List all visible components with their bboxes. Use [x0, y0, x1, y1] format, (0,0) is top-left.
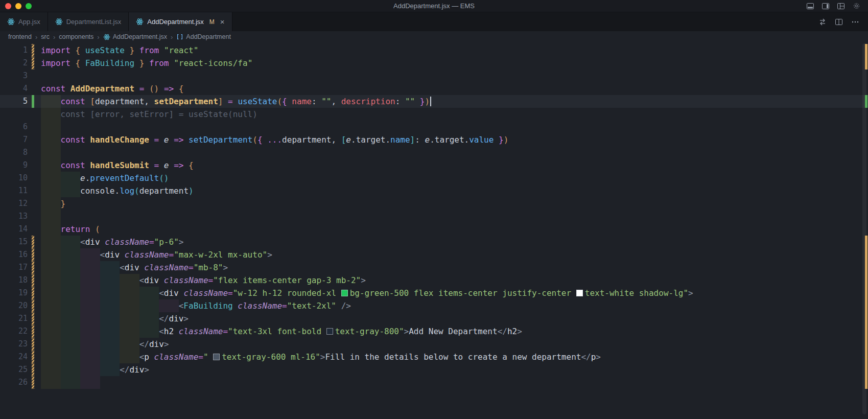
code-text: <h2 className="text-3xl font-bold text-g…	[41, 325, 868, 338]
breadcrumb-item-components[interactable]: components	[59, 33, 93, 40]
code-line[interactable]: 21 </div>	[0, 312, 868, 325]
gutter: 10	[0, 172, 41, 184]
tab-label: DepartmentList.jsx	[66, 18, 122, 26]
code-token	[80, 58, 85, 68]
gutter: 15	[0, 236, 41, 248]
code-line[interactable]: 9 const handleSubmit = e => {	[0, 159, 868, 172]
indent-guide	[100, 274, 120, 287]
code-token: <	[100, 250, 105, 260]
code-line[interactable]: 19 <div className="w-12 h-12 rounded-xl …	[0, 287, 868, 299]
split-editor-icon[interactable]	[834, 17, 843, 27]
code-editor[interactable]: 1import { useState } from "react"2import…	[0, 42, 868, 419]
code-line[interactable]: 22 <h2 className="text-3xl font-bold tex…	[0, 325, 868, 338]
code-token: }	[139, 58, 145, 68]
indent-guide	[61, 376, 81, 389]
line-number: 2	[0, 57, 41, 69]
code-token: </	[139, 339, 149, 349]
code-line[interactable]: 14 return (	[0, 223, 868, 236]
code-line[interactable]: 23 </div>	[0, 338, 868, 351]
line-number: 23	[0, 338, 41, 351]
indent-guide	[61, 363, 81, 376]
breadcrumb-item-src[interactable]: src	[41, 33, 50, 40]
code-line[interactable]: 11 console.log(department)	[0, 184, 868, 197]
code-token: p	[144, 352, 149, 362]
indent-guide	[80, 312, 100, 325]
code-token: department	[282, 135, 331, 145]
code-line[interactable]: 17 <div className="mb-8">	[0, 261, 868, 274]
code-text: <FaBuilding className="text-2xl" />	[41, 299, 868, 312]
tab-adddepartment-jsx[interactable]: AddDepartment.jsxM×	[129, 12, 232, 31]
gutter: 17	[0, 261, 41, 274]
gutter-diff-modified-indicator	[32, 274, 34, 287]
code-text: <div className="flex items-center gap-3 …	[41, 274, 868, 287]
code-line[interactable]: 20 <FaBuilding className="text-2xl" />	[0, 299, 868, 312]
code-line[interactable]: 6	[0, 121, 868, 133]
gutter: 20	[0, 299, 41, 312]
code-token: {	[257, 135, 263, 145]
breadcrumb-item-adddepartment-jsx[interactable]: AddDepartment.jsx	[103, 33, 167, 40]
open-changes-icon[interactable]	[818, 17, 827, 27]
close-window-button[interactable]	[5, 3, 11, 9]
code-line[interactable]: 3	[0, 69, 868, 82]
toggle-panel-icon[interactable]	[806, 2, 815, 11]
settings-gear-icon[interactable]	[852, 2, 861, 11]
toggle-secondary-sidebar-icon[interactable]	[821, 2, 830, 11]
minimize-window-button[interactable]	[15, 3, 21, 9]
gutter-diff-modified-indicator	[32, 261, 34, 274]
code-line[interactable]: 18 <div className="flex items-center gap…	[0, 274, 868, 287]
code-token	[159, 45, 164, 55]
indent-guide	[100, 363, 120, 376]
gutter: 18	[0, 274, 41, 287]
zoom-window-button[interactable]	[26, 3, 32, 9]
customize-layout-icon[interactable]	[836, 2, 846, 11]
code-text: </div>	[41, 363, 868, 376]
code-line[interactable]: 5 const [department, setDepartment] = us…	[0, 95, 868, 108]
gutter-diff-modified-indicator	[32, 338, 34, 351]
code-line[interactable]: 2import { FaBuilding } from "react-icons…	[0, 57, 868, 69]
react	[136, 18, 144, 26]
code-line[interactable]: 1import { useState } from "react"	[0, 44, 868, 57]
breadcrumb-item-adddepartment[interactable]: AddDepartment	[176, 33, 231, 40]
code-token: useState	[85, 45, 125, 55]
code-token: e	[425, 135, 430, 145]
code-line[interactable]: 26	[0, 376, 868, 389]
code-token: />	[341, 301, 351, 311]
gutter	[0, 108, 41, 121]
code-line[interactable]: 24 <p className=" text-gray-600 ml-16">F…	[0, 351, 868, 363]
tab-departmentlist-jsx[interactable]: DepartmentList.jsx	[48, 12, 129, 31]
code-line[interactable]: 12 }	[0, 197, 868, 210]
code-line[interactable]: 7 const handleChange = e => setDepartmen…	[0, 133, 868, 146]
tab-app-jsx[interactable]: App.jsx	[0, 12, 48, 31]
close-tab-icon[interactable]: ×	[220, 18, 225, 26]
code-token: useState	[238, 97, 277, 106]
code-token: :	[395, 97, 405, 106]
code-token: from	[139, 45, 159, 55]
code-token: className	[144, 263, 189, 272]
code-line[interactable]: 16 <div className="max-w-2xl mx-auto">	[0, 248, 868, 261]
indent-guide	[61, 248, 81, 261]
code-line[interactable]: 8	[0, 146, 868, 159]
code-line[interactable]: 4const AddDepartment = () => {	[0, 82, 868, 95]
more-actions-icon[interactable]	[851, 17, 860, 27]
code-text: return (	[41, 223, 868, 236]
indent-guide	[61, 287, 81, 299]
code-line[interactable]: 15 <div className="p-6">	[0, 236, 868, 248]
code-token: =	[154, 160, 159, 170]
code-token	[263, 135, 268, 145]
code-token: .	[351, 135, 356, 145]
breadcrumb-item-frontend[interactable]: frontend	[8, 33, 32, 40]
code-line[interactable]: 10 e.preventDefault()	[0, 172, 868, 184]
code-token	[183, 160, 189, 170]
code-line[interactable]: 25 </div>	[0, 363, 868, 376]
code-token: <	[179, 301, 184, 311]
code-token: from	[149, 58, 169, 68]
gutter: 26	[0, 376, 41, 389]
code-text: console.log(department)	[41, 184, 868, 197]
breadcrumb-label: src	[41, 33, 50, 40]
inline-suggestion-line[interactable]: const [error, setError] = useState(null)	[0, 108, 868, 121]
code-token	[71, 58, 76, 68]
code-line[interactable]: 13	[0, 210, 868, 223]
code-text: }	[41, 197, 868, 210]
code-token: )	[189, 186, 194, 196]
code-token: ,	[144, 97, 154, 106]
